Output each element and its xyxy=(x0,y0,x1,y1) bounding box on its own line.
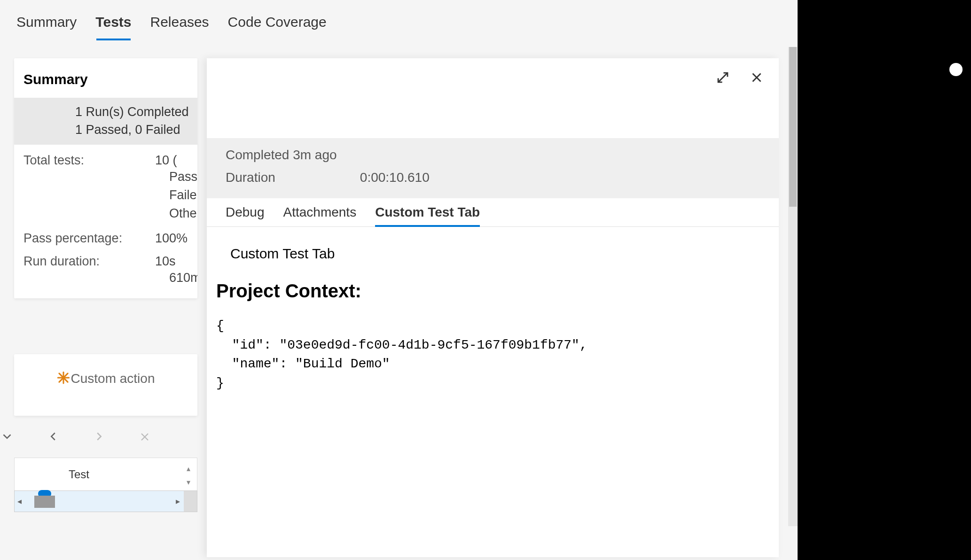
run-duration-value2: 610m xyxy=(23,269,188,287)
window-scrollbar-thumb[interactable] xyxy=(789,47,797,207)
duration-label: Duration xyxy=(226,170,275,185)
nav-controls xyxy=(0,415,151,447)
svg-line-6 xyxy=(718,73,728,82)
tab-tests[interactable]: Tests xyxy=(95,14,131,39)
row-other: Othe xyxy=(23,204,188,223)
total-tests-value: 10 ( xyxy=(155,153,188,168)
grid-header: Test ▴ ▾ xyxy=(14,458,197,490)
completed-text: Completed 3m ago xyxy=(226,148,760,163)
detail-header: Completed 3m ago Duration 0:00:10.610 xyxy=(207,138,779,198)
hscroll-left-icon[interactable]: ◂ xyxy=(17,496,22,506)
grid-fragment: Test ▴ ▾ ◂ ▸ xyxy=(14,458,197,512)
content-area: Summary 1 Run(s) Completed 1 Passed, 0 F… xyxy=(0,58,798,557)
detail-tabs: Debug Attachments Custom Test Tab xyxy=(207,198,779,227)
right-black-panel xyxy=(798,0,971,560)
scroll-up-icon[interactable]: ▴ xyxy=(183,463,194,474)
detail-topbar xyxy=(715,70,765,87)
nav-next-icon[interactable] xyxy=(92,429,106,447)
grid-col-test[interactable]: Test xyxy=(69,468,89,481)
top-tabs: Summary Tests Releases Code Coverage xyxy=(0,0,798,39)
expand-icon[interactable] xyxy=(715,70,731,87)
total-tests-label: Total tests: xyxy=(23,153,84,168)
pass-pct-label: Pass percentage: xyxy=(23,231,122,246)
detail-panel: Completed 3m ago Duration 0:00:10.610 De… xyxy=(207,58,779,557)
hscroll-thumb[interactable] xyxy=(34,496,55,508)
app-window: Summary Tests Releases Code Coverage Sum… xyxy=(0,0,798,560)
close-panel-icon[interactable] xyxy=(749,70,765,87)
white-dot-indicator xyxy=(949,63,963,76)
chevron-down-icon[interactable] xyxy=(0,429,14,447)
grid-scroll-row: ◂ ▸ xyxy=(14,490,197,512)
vscroll-track[interactable] xyxy=(184,491,197,512)
detail-body: Custom Test Tab Project Context: { "id":… xyxy=(207,227,779,402)
detail-tab-custom[interactable]: Custom Test Tab xyxy=(375,205,480,226)
tab-summary[interactable]: Summary xyxy=(16,14,77,39)
detail-tab-debug[interactable]: Debug xyxy=(226,205,265,226)
run-duration-value: 10s xyxy=(155,254,188,269)
summary-card: Summary 1 Run(s) Completed 1 Passed, 0 F… xyxy=(14,58,197,298)
banner-line2: 1 Passed, 0 Failed xyxy=(75,121,197,139)
window-scrollbar[interactable] xyxy=(788,47,798,526)
summary-title: Summary xyxy=(14,58,197,98)
summary-stats: Total tests: 10 ( Pass Faile Othe Pass p… xyxy=(14,145,197,299)
duration-value: 0:00:10.610 xyxy=(360,170,430,185)
tab-releases[interactable]: Releases xyxy=(150,14,209,39)
close-icon[interactable] xyxy=(138,430,151,447)
pass-pct-value: 100% xyxy=(155,231,188,246)
summary-banner: 1 Run(s) Completed 1 Passed, 0 Failed xyxy=(14,98,197,145)
custom-action-label: Custom action xyxy=(71,371,155,386)
nav-prev-icon[interactable] xyxy=(46,429,60,447)
row-pass: Pass xyxy=(23,168,188,186)
banner-line1: 1 Run(s) Completed xyxy=(75,103,197,121)
context-heading: Project Context: xyxy=(216,280,769,302)
run-duration-label: Run duration: xyxy=(23,254,100,269)
hscroll-right-icon[interactable]: ▸ xyxy=(176,496,180,506)
asterisk-icon xyxy=(57,371,70,388)
detail-tab-attachments[interactable]: Attachments xyxy=(283,205,357,226)
row-fail: Faile xyxy=(23,186,188,204)
scroll-down-icon[interactable]: ▾ xyxy=(183,476,194,488)
tab-title: Custom Test Tab xyxy=(230,246,769,262)
tab-code-coverage[interactable]: Code Coverage xyxy=(228,14,327,39)
custom-action-card[interactable]: Custom action xyxy=(14,354,197,416)
project-context-json: { "id": "03e0ed9d-fc00-4d1b-9cf5-167f09b… xyxy=(216,317,769,393)
